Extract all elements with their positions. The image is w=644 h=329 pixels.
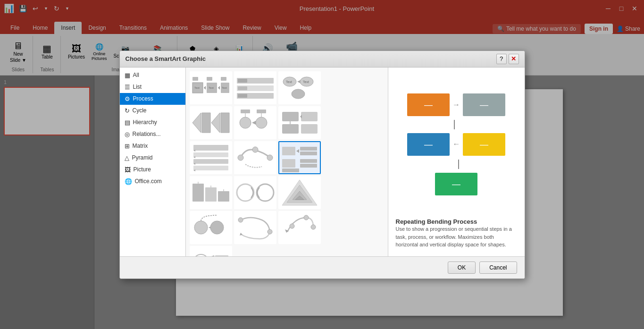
dialog-title: Choose a SmartArt Graphic [125, 55, 206, 62]
cancel-button[interactable]: Cancel [479, 262, 517, 274]
svg-rect-42 [193, 152, 228, 157]
diagram-row-3: — [435, 173, 477, 195]
svg-rect-54 [300, 147, 317, 151]
dialog-titlebar: Choose a SmartArt Graphic ? ✕ [120, 51, 525, 67]
svg-rect-85 [215, 255, 228, 256]
svg-rect-55 [300, 152, 317, 155]
selected-smartart-desc: Use to show a progression or sequential … [396, 225, 517, 249]
svg-point-79 [290, 224, 294, 228]
svg-marker-53 [296, 149, 299, 153]
category-hierarchy[interactable]: ▤ Hierarchy [120, 117, 185, 128]
svg-text:Text: Text [286, 80, 292, 84]
smartart-item-13[interactable] [190, 211, 232, 244]
svg-rect-32 [257, 110, 266, 113]
smartart-item-1[interactable]: Text Text Text [190, 71, 232, 104]
preview-panel: — → — — → [388, 67, 525, 256]
svg-point-82 [193, 254, 209, 256]
category-pyramid[interactable]: △ Pyramid [120, 152, 185, 164]
svg-point-51 [267, 155, 273, 160]
smartart-item-5[interactable] [234, 106, 276, 139]
svg-rect-56 [282, 159, 295, 168]
svg-point-21 [292, 89, 305, 99]
svg-text:Text: Text [209, 86, 214, 89]
smartart-item-6[interactable] [278, 106, 321, 139]
v-connector-2 [458, 160, 459, 169]
svg-point-72 [194, 221, 208, 234]
smartart-item-3[interactable]: Text Text [278, 71, 321, 104]
svg-point-81 [311, 225, 316, 229]
smartart-item-16[interactable] [190, 246, 232, 256]
svg-rect-31 [241, 110, 250, 113]
dialog-overlay: Choose a SmartArt Graphic ? ✕ ▦ All ☰ Li… [0, 0, 644, 329]
diagram-box-5: — [435, 173, 477, 195]
svg-point-74 [210, 221, 224, 234]
smartart-item-8[interactable] [234, 141, 276, 174]
svg-rect-58 [300, 159, 317, 163]
smartart-item-10[interactable] [190, 176, 232, 209]
category-relations[interactable]: ◎ Relations... [120, 128, 185, 140]
diagram-arrow-2: → [452, 140, 460, 149]
svg-point-50 [252, 147, 258, 152]
list-icon: ☰ [125, 84, 130, 91]
smartart-item-14[interactable] [234, 211, 276, 244]
all-icon: ▦ [125, 72, 130, 79]
connector-2 [407, 160, 506, 169]
svg-text:Text: Text [222, 86, 227, 89]
dialog-close-button[interactable]: ✕ [509, 54, 519, 64]
svg-marker-24 [192, 113, 201, 133]
svg-rect-41 [193, 145, 228, 151]
category-list[interactable]: ☰ List [120, 81, 185, 93]
svg-rect-38 [301, 124, 318, 134]
diagram-box-3: — [463, 133, 505, 156]
svg-rect-57 [282, 169, 299, 172]
v-connector-1 [454, 120, 455, 129]
category-picture[interactable]: 🖼 Picture [120, 164, 185, 176]
pyramid-icon: △ [125, 154, 129, 161]
dialog-controls: ? ✕ [496, 54, 519, 64]
svg-rect-52 [282, 147, 295, 155]
svg-rect-36 [282, 124, 299, 134]
svg-rect-17 [238, 94, 247, 98]
dialog-footer: OK Cancel [120, 256, 525, 278]
svg-rect-43 [193, 159, 228, 164]
category-office[interactable]: 🌐 Office.com [120, 176, 185, 187]
svg-rect-35 [282, 112, 299, 121]
category-process[interactable]: ⚙ Process [120, 93, 185, 105]
diagram-box-1: — [407, 93, 450, 116]
selected-smartart-name: Repeating Bending Process [396, 218, 517, 225]
ok-button[interactable]: OK [448, 262, 476, 274]
smartart-item-9[interactable] [278, 141, 321, 174]
svg-marker-25 [202, 113, 210, 133]
svg-marker-6 [218, 86, 220, 90]
svg-text:Text: Text [194, 86, 200, 89]
matrix-icon: ⊞ [125, 143, 130, 150]
diagram-box-4: — [407, 133, 450, 156]
smartart-item-7[interactable] [190, 141, 232, 174]
smartart-item-11[interactable] [234, 176, 276, 209]
smartart-item-4[interactable] [190, 106, 232, 139]
svg-marker-26 [211, 113, 220, 133]
category-matrix[interactable]: ⊞ Matrix [120, 140, 185, 152]
diagram-arrow-1: → [452, 101, 460, 109]
smartart-item-2[interactable] [234, 71, 276, 104]
svg-marker-3 [204, 86, 206, 90]
svg-point-77 [268, 229, 272, 234]
smartart-item-12[interactable] [278, 176, 321, 209]
diagram-row-1: — → — [407, 93, 505, 116]
svg-rect-15 [238, 79, 247, 83]
smartart-item-15[interactable] [278, 211, 321, 244]
svg-rect-59 [300, 164, 317, 168]
diagram-box-2: — [463, 93, 505, 116]
svg-point-28 [240, 117, 251, 128]
svg-rect-37 [301, 112, 318, 121]
category-all[interactable]: ▦ All [120, 69, 185, 81]
grid-container: Text Text Text [188, 69, 386, 256]
relations-icon: ◎ [125, 131, 130, 138]
svg-point-49 [238, 155, 243, 160]
diagram-row-2: — → — [407, 133, 505, 156]
svg-rect-11 [221, 77, 226, 81]
svg-rect-44 [193, 166, 228, 170]
dialog-help-button[interactable]: ? [496, 54, 507, 64]
category-cycle[interactable]: ↻ Cycle [120, 105, 185, 117]
svg-rect-60 [192, 184, 204, 202]
